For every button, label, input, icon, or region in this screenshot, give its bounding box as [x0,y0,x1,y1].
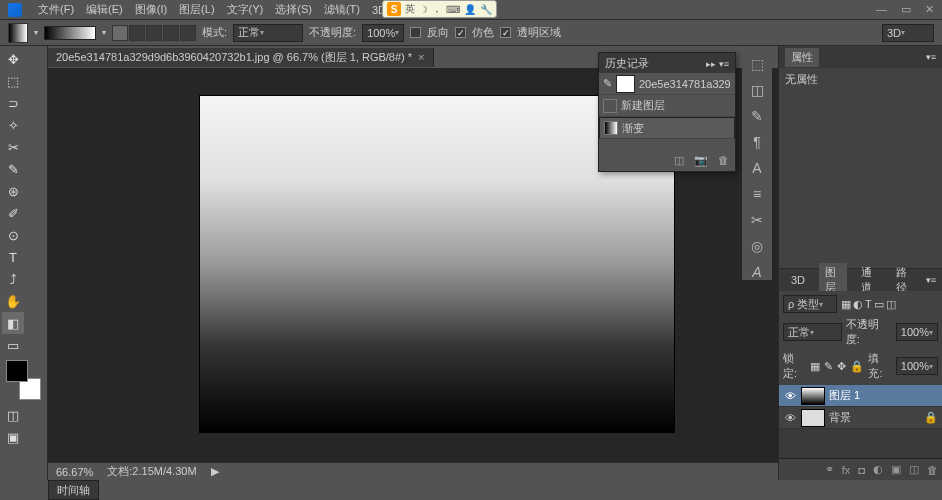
heal-tool-icon[interactable]: ⊛ [2,180,24,202]
panel-icon-cc[interactable]: ◎ [748,238,766,254]
ime-user-icon[interactable]: 👤 [464,4,476,15]
status-arrow-icon[interactable]: ▶ [211,465,219,478]
panel-icon-1[interactable]: ⬚ [748,56,766,72]
layers-menu-icon[interactable]: ▾≡ [926,275,936,285]
properties-tab[interactable]: 属性 [785,48,819,67]
filter-type-icon[interactable]: T [865,298,872,311]
history-menu-icon[interactable]: ▾≡ [719,59,729,69]
blend-mode-select[interactable]: 正常 [783,323,842,341]
menu-filter[interactable]: 滤镜(T) [318,2,366,17]
history-item[interactable]: 新建图层 [599,95,735,117]
layer-thumb-icon[interactable] [801,409,825,427]
filter-smart-icon[interactable]: ◫ [886,298,896,311]
type-tool-icon[interactable]: T [2,246,24,268]
path-tool-icon[interactable]: ⤴ [2,268,24,290]
panel-icon-glyph[interactable]: A [748,264,766,280]
menu-image[interactable]: 图像(I) [129,2,173,17]
layer-visibility-icon[interactable]: 👁 [783,412,797,424]
stamp-tool-icon[interactable]: ⊙ [2,224,24,246]
eyedropper-tool-icon[interactable]: ✎ [2,158,24,180]
zoom-level[interactable]: 66.67% [56,466,93,478]
panel-icon-para[interactable]: ¶ [748,134,766,150]
current-tool-icon[interactable] [8,23,28,43]
layer-row[interactable]: 👁 背景 🔒 [779,407,942,429]
filter-pixel-icon[interactable]: ▦ [841,298,851,311]
marquee-tool-icon[interactable]: ⬚ [2,70,24,92]
gradient-radial-icon[interactable] [129,25,145,41]
quickmask-icon[interactable]: ◫ [2,404,24,426]
history-collapse-icon[interactable]: ▸▸ [706,59,716,69]
gradient-diamond-icon[interactable] [180,25,196,41]
gradient-reflected-icon[interactable] [163,25,179,41]
doc-size[interactable]: 文档:2.15M/4.30M [107,464,196,479]
history-doc-icon[interactable]: ◫ [674,154,684,167]
gradient-tool-icon[interactable]: ◧ [2,312,24,334]
gradient-linear-icon[interactable] [112,25,128,41]
layer-visibility-icon[interactable]: 👁 [783,390,797,402]
filter-shape-icon[interactable]: ▭ [874,298,884,311]
panel-icon-2[interactable]: ◫ [748,82,766,98]
move-tool-icon[interactable]: ✥ [2,48,24,70]
history-delete-icon[interactable]: 🗑 [718,154,729,166]
filter-adjust-icon[interactable]: ◐ [853,298,863,311]
panel-icon-align[interactable]: ≡ [748,186,766,202]
mode-select[interactable]: 正常 [233,24,303,42]
tab-close-icon[interactable]: × [418,51,424,63]
ime-wrench-icon[interactable]: 🔧 [480,4,492,15]
link-layers-icon[interactable]: ⚭ [825,463,834,476]
transparency-checkbox[interactable] [500,27,511,38]
lock-paint-icon[interactable]: ✎ [824,360,833,373]
dither-checkbox[interactable] [455,27,466,38]
timeline-tab[interactable]: 时间轴 [48,480,99,500]
workspace-select[interactable]: 3D [882,24,934,42]
ime-toolbar[interactable]: S 英 ☽ ， ⌨ 👤 🔧 [382,0,497,18]
layer-row[interactable]: 👁 图层 1 [779,385,942,407]
brush-tool-icon[interactable]: ✐ [2,202,24,224]
screenmode-icon[interactable]: ▣ [2,426,24,448]
layer-thumb-icon[interactable] [801,387,825,405]
history-panel[interactable]: 历史记录 ▸▸ ▾≡ ✎ 20e5e314781a329d9d... 新建图层 … [598,52,736,172]
lock-trans-icon[interactable]: ▦ [810,360,820,373]
layer-fx-icon[interactable]: fx [842,464,851,476]
ime-keyboard-icon[interactable]: ⌨ [446,4,460,15]
menu-select[interactable]: 选择(S) [269,2,318,17]
lock-pos-icon[interactable]: ✥ [837,360,846,373]
gradient-dropdown-icon[interactable]: ▾ [102,28,106,37]
hand-tool-icon[interactable]: ✋ [2,290,24,312]
gradient-swatch[interactable] [44,26,96,40]
panel-icon-tools[interactable]: ✂ [748,212,766,228]
history-item[interactable]: 渐变 [599,117,735,139]
lock-all-icon[interactable]: 🔒 [850,360,864,373]
window-close-icon[interactable]: ✕ [925,3,934,16]
color-swatches[interactable] [6,360,41,400]
fg-color-swatch[interactable] [6,360,28,382]
new-layer-icon[interactable]: ◫ [909,463,919,476]
menu-layer[interactable]: 图层(L) [173,2,220,17]
crop-tool-icon[interactable]: ✂ [2,136,24,158]
window-restore-icon[interactable]: ▭ [901,3,911,16]
panel-menu-icon[interactable]: ▾≡ [926,52,936,62]
layer-opacity-input[interactable]: 100% [896,323,938,341]
adjustment-layer-icon[interactable]: ◐ [873,463,883,476]
layer-mask-icon[interactable]: ◘ [858,464,865,476]
ime-comma-icon[interactable]: ， [432,2,442,16]
history-snapshot-icon[interactable]: 📷 [694,154,708,167]
lasso-tool-icon[interactable]: ⊃ [2,92,24,114]
tab-3d[interactable]: 3D [785,272,811,288]
gradient-angle-icon[interactable] [146,25,162,41]
ime-moon-icon[interactable]: ☽ [419,4,428,15]
panel-icon-brush[interactable]: ✎ [748,108,766,124]
document-tab[interactable]: 20e5e314781a329d9d6b3960420732b1.jpg @ 6… [48,48,434,67]
reverse-checkbox[interactable] [410,27,421,38]
layer-kind-filter[interactable]: ρ 类型 [783,295,837,313]
menu-text[interactable]: 文字(Y) [221,2,270,17]
tool-dropdown-icon[interactable]: ▾ [34,28,38,37]
menu-edit[interactable]: 编辑(E) [80,2,129,17]
history-snapshot[interactable]: ✎ 20e5e314781a329d9d... [599,73,735,95]
menu-file[interactable]: 文件(F) [32,2,80,17]
opacity-select[interactable]: 100% [362,24,404,42]
wand-tool-icon[interactable]: ✧ [2,114,24,136]
delete-layer-icon[interactable]: 🗑 [927,464,938,476]
shape-tool-icon[interactable]: ▭ [2,334,24,356]
layer-name[interactable]: 图层 1 [829,388,860,403]
